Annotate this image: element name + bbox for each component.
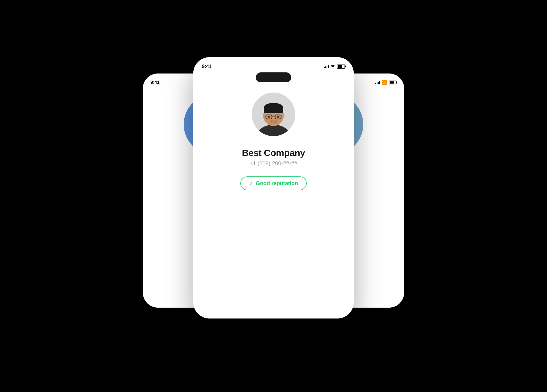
time-left: 9:41 [150, 80, 159, 85]
caller-number: +1 (208) 200-##-## [250, 160, 297, 167]
svg-rect-15 [264, 108, 283, 113]
checkmark-icon-center: ✓ [249, 180, 253, 186]
svg-point-25 [269, 120, 278, 124]
signal-icon-right [375, 81, 380, 84]
caller-name: Best Company [242, 148, 305, 158]
phone-center: 9:41 [193, 57, 354, 318]
time-center: 9:41 [202, 64, 211, 69]
avatar-image [252, 93, 295, 136]
phone-body-center: Best Company +1 (208) 200-##-## ✓ Good r… [193, 82, 354, 318]
avatar-container-center [252, 93, 295, 142]
dynamic-island [256, 72, 291, 82]
wifi-icon-right: 📶 [382, 80, 387, 85]
reputation-badge-center: ✓ Good reputation [240, 176, 307, 190]
reputation-text-center: Good reputation [256, 180, 298, 186]
svg-point-24 [278, 116, 279, 118]
wifi-icon-center [330, 65, 335, 68]
status-icons-right: 📶 [375, 80, 397, 85]
status-icons-center [324, 65, 345, 69]
battery-icon-center [337, 65, 345, 69]
signal-icon-center [324, 65, 329, 68]
status-bar-center: 9:41 [193, 57, 354, 71]
avatar-center [252, 93, 295, 136]
scene: 9:41 [151, 46, 396, 346]
battery-icon-right [389, 81, 397, 84]
svg-point-23 [268, 116, 269, 118]
